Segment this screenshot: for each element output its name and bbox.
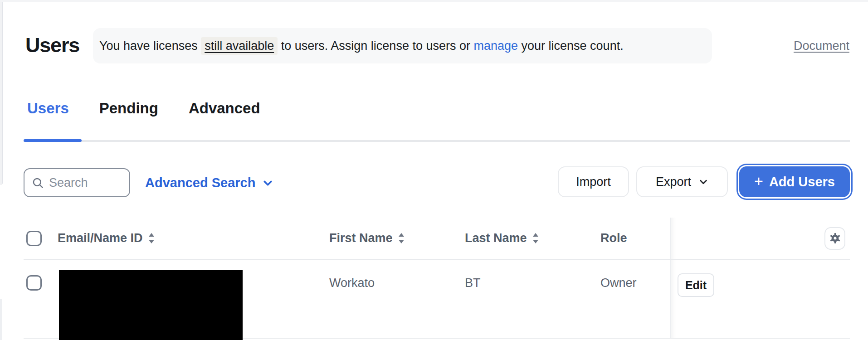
manage-link[interactable]: manage (473, 39, 518, 53)
column-header-role: Role (600, 231, 670, 245)
row-actions-cell: Edit (670, 260, 850, 338)
column-label: Email/Name ID (58, 231, 143, 245)
advanced-search-label: Advanced Search (145, 175, 255, 190)
column-settings-button[interactable] (824, 227, 845, 250)
edit-button[interactable]: Edit (678, 273, 714, 297)
document-link[interactable]: Document (794, 39, 849, 53)
page-title: Users (25, 34, 79, 57)
tab-users[interactable]: Users (27, 100, 69, 117)
sort-icon[interactable] (398, 232, 405, 244)
tab-divider (24, 140, 850, 142)
left-panel-edge-bottom (0, 299, 2, 340)
tab-advanced[interactable]: Advanced (189, 100, 260, 117)
column-header-email[interactable]: Email/Name ID (58, 231, 329, 245)
column-label: First Name (329, 231, 393, 245)
top-edge-strip (0, 0, 868, 2)
cell-first-name: Workato (329, 260, 465, 290)
advanced-search-toggle[interactable]: Advanced Search (145, 168, 273, 197)
banner-text-after: your license count. (518, 39, 624, 53)
import-label: Import (576, 175, 611, 189)
search-input[interactable] (49, 176, 122, 190)
tab-pending[interactable]: Pending (99, 100, 158, 117)
users-table: Email/Name ID First Name Last Name (24, 218, 850, 339)
search-icon (32, 177, 44, 189)
select-all-checkbox[interactable] (26, 231, 42, 246)
add-users-button[interactable]: + Add Users (739, 166, 850, 197)
add-users-label: Add Users (769, 175, 835, 189)
import-button[interactable]: Import (558, 166, 629, 197)
license-banner: You have licenses still available to use… (93, 28, 712, 63)
sort-icon[interactable] (532, 232, 539, 244)
chevron-down-icon (262, 177, 273, 189)
users-admin-page: Users You have licenses still available … (0, 0, 868, 340)
chevron-down-icon (698, 177, 708, 187)
left-panel-edge (0, 2, 3, 185)
banner-highlight: still available (201, 37, 278, 55)
table-header-row: Email/Name ID First Name Last Name (24, 218, 850, 260)
sort-icon[interactable] (148, 232, 155, 244)
column-label: Role (600, 231, 627, 245)
active-tab-indicator (24, 139, 82, 142)
column-header-last-name[interactable]: Last Name (465, 231, 600, 245)
redacted-email-block (59, 270, 243, 340)
plus-icon: + (754, 173, 763, 189)
column-label: Last Name (465, 231, 527, 245)
banner-text-before: You have licenses (99, 39, 201, 53)
cell-role: Owner (600, 260, 670, 290)
export-button[interactable]: Export (636, 166, 728, 197)
cell-last-name: BT (465, 260, 600, 290)
search-box[interactable] (24, 168, 130, 197)
column-header-first-name[interactable]: First Name (329, 231, 465, 245)
row-checkbox[interactable] (26, 275, 42, 291)
tab-bar: Users Pending Advanced (27, 100, 260, 117)
actions-column-header (670, 218, 850, 259)
banner-text-middle: to users. Assign license to users or (278, 39, 473, 53)
gear-icon (829, 232, 841, 244)
export-label: Export (656, 175, 691, 189)
